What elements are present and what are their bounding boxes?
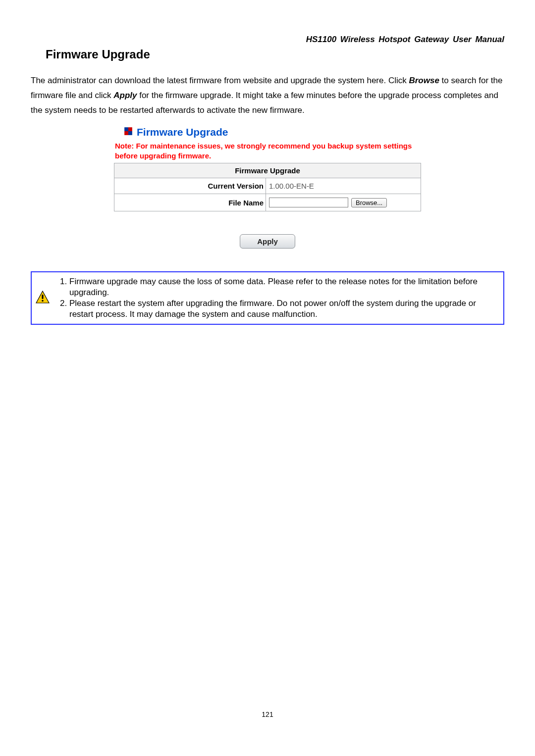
backup-note: Note: For maintenance issues, we strongl… bbox=[115, 141, 421, 161]
intro-text-1: The administrator can download the lates… bbox=[31, 76, 409, 85]
file-name-label: File Name bbox=[114, 194, 266, 211]
svg-rect-1 bbox=[124, 127, 128, 131]
browse-button[interactable]: Browse... bbox=[351, 198, 387, 207]
page-number: 121 bbox=[0, 710, 535, 718]
firmware-title-icon bbox=[124, 127, 133, 138]
warning-list: Firmware upgrade may cause the loss of s… bbox=[55, 276, 498, 320]
firmware-table: Firmware Upgrade Current Version 1.00.00… bbox=[114, 163, 421, 211]
warning-item-1: Firmware upgrade may cause the loss of s… bbox=[69, 276, 498, 298]
warning-item-2: Please restart the system after upgradin… bbox=[69, 298, 498, 320]
current-version-value: 1.00.00-EN-E bbox=[266, 178, 421, 194]
svg-point-7 bbox=[42, 300, 44, 302]
svg-rect-3 bbox=[124, 131, 128, 135]
warning-callout: Firmware upgrade may cause the loss of s… bbox=[31, 271, 504, 325]
firmware-panel-title: Firmware Upgrade bbox=[137, 126, 228, 138]
file-name-input[interactable] bbox=[269, 198, 348, 207]
svg-rect-4 bbox=[128, 131, 132, 135]
intro-paragraph: The administrator can download the lates… bbox=[31, 73, 504, 118]
firmware-upgrade-screenshot: Firmware Upgrade Note: For maintenance i… bbox=[114, 126, 421, 249]
warning-icon bbox=[36, 297, 50, 305]
intro-browse-word: Browse bbox=[409, 76, 439, 85]
current-version-label: Current Version bbox=[114, 178, 266, 194]
firmware-table-header: Firmware Upgrade bbox=[114, 163, 421, 178]
apply-button[interactable]: Apply bbox=[240, 234, 295, 249]
section-title: Firmware Upgrade bbox=[46, 48, 504, 61]
svg-rect-2 bbox=[128, 127, 132, 131]
document-header: HS1100 Wireless Hotspot Gateway User Man… bbox=[31, 35, 504, 45]
intro-apply-word: Apply bbox=[113, 91, 137, 100]
svg-rect-6 bbox=[42, 295, 43, 299]
